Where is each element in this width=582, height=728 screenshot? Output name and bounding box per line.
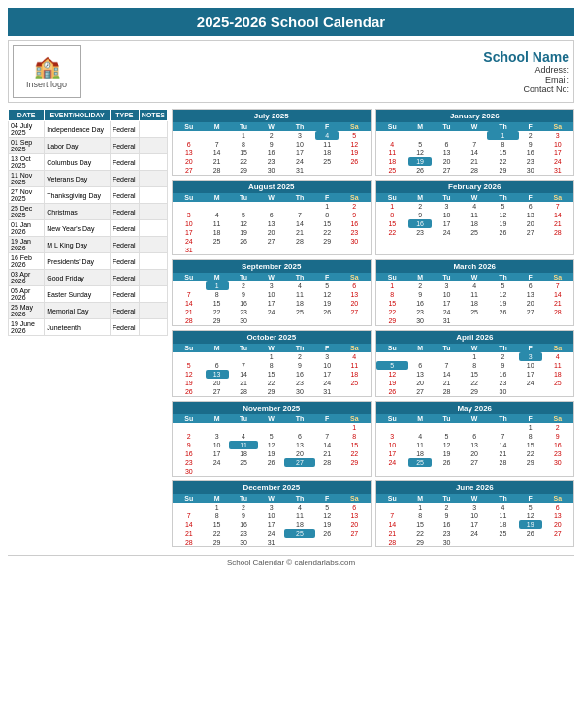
calendar-day: 2: [408, 281, 432, 290]
calendar-day: [206, 131, 229, 140]
calendar-day: 9: [339, 211, 370, 219]
calendar-title: April 2026: [376, 331, 574, 344]
day-header: F: [519, 193, 542, 202]
calendar-day: [542, 538, 573, 546]
calendar-day: 7: [542, 281, 573, 290]
day-header: F: [519, 122, 542, 131]
calendar-day: 2: [284, 352, 315, 361]
day-header: M: [206, 494, 229, 503]
calendar-day: 29: [339, 458, 370, 467]
calendar-day: 12: [173, 370, 206, 379]
calendar-day: 10: [258, 290, 283, 299]
calendar-day: 10: [542, 140, 573, 149]
calendar-day: [284, 538, 315, 546]
calendar-day: [487, 538, 518, 546]
calendar-day: 23: [229, 308, 259, 316]
calendar-day: 29: [229, 166, 259, 175]
calendar-day: [487, 316, 518, 325]
calendar-day: 25: [284, 308, 315, 316]
calendar-day: [376, 503, 409, 512]
calendar-day: 8: [376, 211, 409, 219]
calendar-day: 12: [258, 441, 283, 449]
calendar-day: 26: [229, 237, 259, 246]
calendar-day: 27: [339, 308, 370, 316]
calendar-day: 17: [462, 520, 487, 529]
day-header: Su: [376, 273, 409, 281]
calendar-day: [206, 467, 229, 476]
calendar-day: 10: [206, 441, 229, 449]
calendar-grid: SuMTuWThFSa12345678910111213141516171819…: [376, 494, 574, 546]
calendar-day: 8: [487, 140, 518, 149]
day-header: Sa: [542, 193, 573, 202]
calendar-day: 26: [487, 228, 518, 237]
table-cell: Federal: [110, 220, 139, 237]
day-header: Su: [376, 344, 409, 352]
calendar-day: 7: [432, 361, 462, 370]
calendar-day: 23: [519, 157, 542, 166]
calendar-day: 22: [376, 308, 409, 316]
calendar-day: 9: [284, 361, 315, 370]
calendar-day: 14: [542, 290, 573, 299]
calendar-day: 17: [542, 149, 573, 157]
calendar-box: September 2025SuMTuWThFSa123456789101112…: [172, 259, 372, 326]
day-header: F: [519, 273, 542, 281]
calendar-day: [408, 423, 432, 432]
calendar-day: 25: [487, 529, 518, 538]
calendar-day: 5: [487, 202, 518, 211]
day-header: Tu: [432, 414, 462, 423]
calendar-day: 9: [408, 290, 432, 299]
table-row: 27 Nov 2025Thanksgiving DayFederal: [9, 187, 168, 204]
calendar-day: 9: [542, 432, 573, 441]
calendar-day: [376, 131, 409, 140]
calendar-day: [173, 503, 206, 512]
table-cell: [139, 204, 167, 220]
day-header: Sa: [542, 414, 573, 423]
calendar-day: 22: [258, 379, 283, 387]
table-cell: [139, 220, 167, 237]
calendar-box: February 2026SuMTuWThFSa1234567891011121…: [375, 180, 575, 255]
calendar-title: December 2025: [173, 481, 371, 494]
calendar-day: 11: [462, 290, 487, 299]
calendar-day: 27: [542, 529, 573, 538]
calendar-day: 17: [206, 449, 229, 458]
calendar-day: 16: [408, 299, 432, 308]
calendar-day: 7: [173, 290, 206, 299]
calendar-title: February 2026: [376, 181, 574, 193]
calendar-day: 12: [432, 441, 462, 449]
calendar-day: [229, 423, 259, 432]
day-header: Th: [284, 122, 315, 131]
calendar-day: 19: [315, 520, 339, 529]
calendar-day: 15: [376, 219, 409, 228]
calendar-day: 11: [339, 361, 370, 370]
day-header: Tu: [229, 344, 259, 352]
day-header: Tu: [432, 193, 462, 202]
calendar-day: [173, 281, 206, 290]
table-cell: Christmas: [45, 204, 111, 220]
day-header: W: [462, 193, 487, 202]
calendar-row: August 2025SuMTuWThFSa123456789101112131…: [172, 180, 574, 255]
calendar-day: 14: [284, 219, 315, 228]
table-row: 16 Feb 2026Presidents' DayFederal: [9, 253, 168, 270]
calendar-day: 18: [462, 299, 487, 308]
calendar-day: 29: [206, 316, 229, 325]
calendar-day: 17: [432, 219, 462, 228]
calendar-day: 19: [432, 449, 462, 458]
col-header-type: TYPE: [110, 110, 139, 121]
table-row: 19 Jan 2026M L King DayFederal: [9, 237, 168, 253]
calendar-day: [173, 131, 206, 140]
calendar-day: 24: [519, 379, 542, 387]
table-row: 05 Apr 2026Easter SundayFederal: [9, 286, 168, 303]
col-header-notes: NOTES: [139, 110, 167, 121]
calendar-day: 4: [462, 281, 487, 290]
calendar-day: 15: [258, 370, 283, 379]
calendar-day: [173, 423, 206, 432]
day-header: Th: [284, 414, 315, 423]
calendar-day: 12: [487, 290, 518, 299]
day-header: Su: [173, 414, 206, 423]
calendar-day: 15: [206, 520, 229, 529]
calendar-day: 16: [408, 219, 432, 228]
calendar-day: 28: [173, 316, 206, 325]
calendar-day: 24: [542, 157, 573, 166]
table-cell: [139, 319, 167, 336]
table-cell: Presidents' Day: [45, 253, 111, 270]
